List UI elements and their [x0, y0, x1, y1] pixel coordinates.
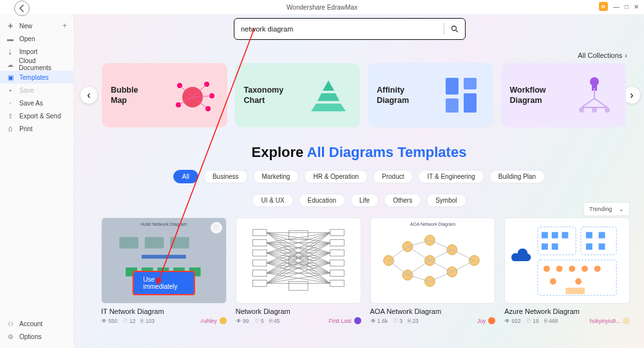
sidebar-item-label: Import — [19, 48, 37, 55]
all-collections-link[interactable]: All Collections › — [578, 51, 627, 59]
chip-all[interactable]: All — [173, 170, 198, 183]
explore-heading: Explore All Diagrams Templates AllBusine… — [74, 144, 644, 207]
category-card-affinity-diagram[interactable]: Affinity Diagram — [368, 63, 493, 127]
copies-count: ⎘ 23 — [408, 318, 419, 324]
svg-rect-102 — [542, 232, 548, 239]
content-area: All Collections › ‹ › Bubble MapTaxonomy… — [74, 14, 644, 348]
filter-chips: AllBusinessMarketingHR & OperationProduc… — [74, 170, 644, 207]
sidebar-item-label: Templates — [19, 74, 49, 81]
sidebar-item-save-as[interactable]: ▫Save As — [0, 96, 73, 109]
sort-dropdown[interactable]: Trending ⌄ — [583, 202, 630, 216]
sidebar-item-import[interactable]: ⭳Import — [0, 45, 73, 58]
sidebar-item-open[interactable]: ▬Open — [0, 32, 73, 45]
copies-count: ⎘ 103 — [140, 318, 155, 324]
svg-line-21 — [582, 98, 594, 107]
svg-rect-109 — [586, 243, 592, 250]
favorite-icon[interactable]: ♡ — [211, 222, 222, 234]
author-avatar — [220, 317, 227, 324]
template-thumbnail[interactable] — [504, 217, 630, 304]
plus-icon: ✚ — [6, 22, 14, 30]
use-immediately-button[interactable]: Use immediately — [133, 271, 194, 295]
close-icon[interactable]: ✕ — [634, 3, 639, 10]
category-carousel: Bubble MapTaxonomy ChartAffinity Diagram… — [102, 63, 626, 127]
print-icon: ⎙ — [6, 125, 14, 133]
template-card[interactable]: Azure Network Diagram👁 922♡ 19⎘ 468hokyi… — [504, 217, 630, 324]
views-count: 👁 1.6k — [370, 318, 388, 324]
explore-title: Explore All Diagrams Templates — [74, 144, 644, 161]
back-button[interactable] — [14, 1, 30, 16]
svg-rect-16 — [464, 93, 477, 113]
likes-count: ♡ 12 — [123, 318, 136, 324]
svg-point-25 — [605, 107, 610, 113]
sidebar-item-export-&-send[interactable]: ⇪Export & Send — [0, 109, 73, 122]
chip-ui-ux[interactable]: UI & UX — [252, 194, 293, 207]
plus-icon[interactable]: + — [62, 21, 67, 30]
thumbnail-title: AOA Network Diagram — [371, 222, 495, 226]
sidebar-item-label: Save As — [19, 100, 43, 107]
category-illustration — [439, 73, 484, 118]
template-card[interactable]: Hotel Network Diagram♡Use immediatelyIT … — [101, 217, 227, 324]
sidebar-item-options[interactable]: ⚙Options — [0, 330, 73, 343]
search-input[interactable] — [241, 25, 437, 33]
svg-rect-27 — [119, 237, 138, 249]
template-thumbnail[interactable]: Hotel Network Diagram♡Use immediately — [101, 217, 227, 304]
sidebar-item-label: Export & Send — [19, 113, 61, 120]
chip-marketing[interactable]: Marketing — [253, 170, 299, 183]
sidebar-item-cloud-documents[interactable]: ☁Cloud Documents — [0, 58, 73, 71]
svg-rect-13 — [446, 78, 459, 95]
svg-rect-30 — [142, 255, 186, 259]
category-label: Workflow Diagram — [510, 85, 555, 106]
chevron-down-icon: ⌄ — [619, 206, 624, 212]
sidebar-item-label: Save — [19, 87, 34, 94]
category-card-workflow-diagram[interactable]: Workflow Diagram — [501, 63, 627, 127]
sidebar-item-label: Cloud Documents — [19, 57, 67, 71]
svg-rect-14 — [464, 78, 477, 89]
sidebar-item-print[interactable]: ⎙Print — [0, 122, 73, 135]
user-avatar[interactable]: R — [599, 2, 608, 11]
svg-point-115 — [594, 266, 601, 272]
sidebar-item-templates[interactable]: ▣Templates — [0, 71, 73, 84]
search-box[interactable] — [234, 18, 466, 40]
author-avatar — [488, 317, 495, 324]
search-divider — [444, 23, 444, 35]
sidebar: ✚New+▬Open⭳Import☁Cloud Documents▣Templa… — [0, 14, 74, 348]
template-card[interactable]: AOA Network DiagramAOA Network Diagram👁 … — [370, 217, 496, 324]
chip-life[interactable]: Life — [350, 194, 379, 207]
likes-count: ♡ 19 — [526, 318, 539, 324]
thumbnail-title: Hotel Network Diagram — [102, 222, 226, 226]
category-card-bubble-map[interactable]: Bubble Map — [102, 63, 227, 127]
chip-hr-operation[interactable]: HR & Operation — [304, 170, 368, 183]
chip-others[interactable]: Others — [384, 194, 421, 207]
svg-rect-28 — [145, 237, 164, 249]
chip-it-engineering[interactable]: IT & Engineering — [418, 170, 484, 183]
copies-count: ⎘ 468 — [544, 318, 558, 324]
chip-product[interactable]: Product — [373, 170, 413, 183]
category-label: Taxonomy Chart — [244, 85, 289, 106]
template-thumbnail[interactable]: AOA Network Diagram — [370, 217, 496, 304]
likes-count: ♡ 5 — [254, 318, 264, 324]
svg-rect-108 — [599, 232, 605, 239]
sidebar-item-new[interactable]: ✚New+ — [0, 19, 73, 32]
app-title: Wondershare EdrawMax — [287, 4, 357, 11]
sidebar-item-account[interactable]: ⚇Account — [0, 317, 73, 330]
svg-rect-15 — [446, 98, 459, 113]
cloud-icon: ☁ — [6, 60, 14, 68]
svg-rect-106 — [552, 243, 558, 250]
category-card-taxonomy-chart[interactable]: Taxonomy Chart — [235, 63, 361, 127]
chevron-right-icon: › — [625, 51, 627, 59]
sidebar-item-label: New — [19, 23, 32, 30]
chip-symbol[interactable]: Symbol — [426, 194, 466, 207]
carousel-prev-button[interactable]: ‹ — [80, 87, 97, 104]
chip-business[interactable]: Business — [204, 170, 248, 183]
template-cards: Hotel Network Diagram♡Use immediatelyIT … — [101, 217, 630, 324]
all-collections-label: All Collections — [578, 51, 622, 59]
maximize-icon[interactable]: □ — [625, 3, 629, 10]
chip-building-plan[interactable]: Building Plan — [489, 170, 545, 183]
template-thumbnail[interactable] — [236, 217, 361, 304]
svg-point-24 — [592, 107, 597, 113]
search-icon[interactable] — [451, 25, 459, 33]
chip-education[interactable]: Education — [299, 194, 345, 207]
minimize-icon[interactable]: — — [613, 3, 620, 10]
template-card[interactable]: Network Diagram👁 99♡ 5⎘ 45First Last — [236, 217, 361, 324]
svg-point-112 — [556, 266, 563, 272]
